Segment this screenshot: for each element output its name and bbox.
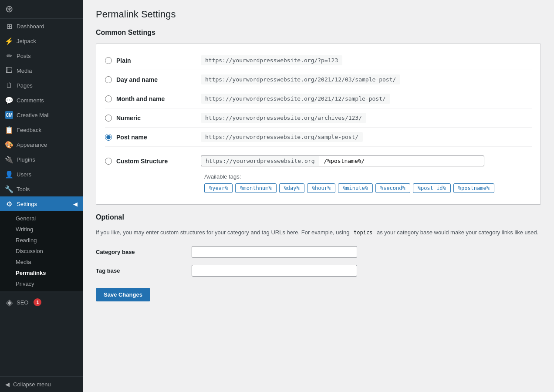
comments-icon: 💬 xyxy=(5,96,13,104)
sidebar-item-label: Tools xyxy=(17,186,30,193)
media-icon: 🎞 xyxy=(5,67,13,74)
tag-second[interactable]: %second% xyxy=(375,183,410,193)
posts-icon: ✏ xyxy=(5,52,13,60)
sidebar-item-seo[interactable]: ◈ SEO 1 xyxy=(0,295,83,310)
tag-post-id[interactable]: %post_id% xyxy=(413,183,451,193)
wp-logo: ⊛ xyxy=(0,0,83,19)
tag-base-label[interactable]: Tag base xyxy=(96,267,192,274)
permalink-row-month-and-name: Month and name https://yourwordpresswebs… xyxy=(105,89,532,108)
custom-structure-input[interactable] xyxy=(319,155,484,166)
example-plain: https://yourwordpresswebsite.org/?p=123 xyxy=(201,55,342,65)
radio-numeric[interactable] xyxy=(105,115,112,122)
sidebar-item-tools[interactable]: 🔧 Tools xyxy=(0,182,83,196)
label-post-name[interactable]: Post name xyxy=(116,134,147,141)
permalink-row-day-and-name: Day and name https://yourwordpresswebsit… xyxy=(105,70,532,89)
label-numeric[interactable]: Numeric xyxy=(116,115,141,122)
appearance-icon: 🎨 xyxy=(5,141,13,149)
settings-arrow-icon: ◀ xyxy=(73,201,78,207)
wp-icon: ⊛ xyxy=(5,3,13,15)
sidebar-item-label: Feedback xyxy=(17,127,41,133)
permalink-row-post-name: Post name https://yourwordpresswebsite.o… xyxy=(105,128,532,147)
sidebar-item-label: Users xyxy=(17,171,31,178)
sidebar-item-label: Settings xyxy=(17,201,37,207)
submenu-item-media[interactable]: Media xyxy=(0,257,83,267)
settings-icon: ⚙ xyxy=(5,200,13,208)
example-day-and-name: https://yourwordpresswebsite.org/2021/12… xyxy=(201,74,400,84)
sidebar-item-label: Comments xyxy=(17,97,44,104)
seo-icon: ◈ xyxy=(5,298,13,306)
seo-badge: 1 xyxy=(34,298,41,306)
tags-row: %year% %monthnum% %day% %hour% %minute% … xyxy=(204,183,494,193)
submenu-item-privacy[interactable]: Privacy xyxy=(0,278,83,289)
creative-mail-icon: CM xyxy=(5,111,13,119)
tag-minute[interactable]: %minute% xyxy=(338,183,373,193)
tag-base-row: Tag base xyxy=(96,265,541,277)
permalink-row-plain: Plain https://yourwordpresswebsite.org/?… xyxy=(105,51,532,70)
submenu-item-permalinks[interactable]: Permalinks xyxy=(0,267,83,278)
available-tags: Available tags: %year% %monthnum% %day% … xyxy=(105,173,494,193)
optional-desc3: used. xyxy=(525,229,539,236)
available-tags-label: Available tags: xyxy=(204,173,494,180)
dashboard-icon: ⊞ xyxy=(5,22,13,30)
sidebar-item-label: Appearance xyxy=(17,142,47,148)
category-base-label[interactable]: Category base xyxy=(96,249,192,255)
sidebar-item-settings[interactable]: ⚙ Settings ◀ xyxy=(0,196,83,211)
submenu-item-general[interactable]: General xyxy=(0,213,83,224)
sidebar-item-users[interactable]: 👤 Users xyxy=(0,167,83,182)
common-settings-section: Plain https://yourwordpresswebsite.org/?… xyxy=(96,44,541,205)
tag-day[interactable]: %day% xyxy=(279,183,304,193)
example-numeric: https://yourwordpresswebsite.org/archive… xyxy=(201,113,366,123)
label-custom[interactable]: Custom Structure xyxy=(116,158,168,165)
submenu-item-discussion[interactable]: Discussion xyxy=(0,246,83,257)
collapse-label: Collapse menu xyxy=(13,381,51,388)
sidebar-item-pages[interactable]: 🗒 Pages xyxy=(0,78,83,93)
sidebar-item-label: Posts xyxy=(17,53,31,59)
sidebar-item-comments[interactable]: 💬 Comments xyxy=(0,93,83,108)
settings-submenu: General Writing Reading Discussion Media… xyxy=(0,211,83,291)
example-month-and-name: https://yourwordpresswebsite.org/2021/12… xyxy=(201,94,390,104)
category-base-input[interactable] xyxy=(192,246,357,258)
permalink-row-numeric: Numeric https://yourwordpresswebsite.org… xyxy=(105,108,532,128)
jetpack-icon: ⚡ xyxy=(5,37,13,45)
tag-postname[interactable]: %postname% xyxy=(453,183,494,193)
page-title: Permalink Settings xyxy=(96,9,541,20)
label-month-and-name[interactable]: Month and name xyxy=(116,95,165,102)
optional-description: If you like, you may enter custom struct… xyxy=(96,228,541,237)
pages-icon: 🗒 xyxy=(5,81,13,89)
sidebar-item-label: Dashboard xyxy=(17,23,44,30)
submenu-item-reading[interactable]: Reading xyxy=(0,235,83,246)
collapse-menu-button[interactable]: ◀ Collapse menu xyxy=(0,376,83,392)
tag-hour[interactable]: %hour% xyxy=(307,183,335,193)
radio-day-and-name[interactable] xyxy=(105,76,112,83)
label-plain[interactable]: Plain xyxy=(116,57,131,64)
sidebar-item-label: Media xyxy=(17,68,32,74)
sidebar-item-label: Creative Mail xyxy=(17,112,50,118)
sidebar-item-jetpack[interactable]: ⚡ Jetpack xyxy=(0,34,83,48)
seo-label: SEO xyxy=(17,299,28,306)
plugins-icon: 🔌 xyxy=(5,155,13,163)
main-content: Permalink Settings Common Settings Plain… xyxy=(83,0,554,392)
save-changes-button[interactable]: Save Changes xyxy=(96,288,150,301)
tag-year[interactable]: %year% xyxy=(204,183,233,193)
sidebar-item-feedback[interactable]: 📋 Feedback xyxy=(0,122,83,137)
sidebar-item-creative-mail[interactable]: CM Creative Mail xyxy=(0,108,83,122)
radio-custom[interactable] xyxy=(105,158,112,165)
radio-post-name[interactable] xyxy=(105,134,112,141)
custom-structure-row: Custom Structure https://yourwordpresswe… xyxy=(105,151,484,169)
permalink-row-custom: Custom Structure https://yourwordpresswe… xyxy=(105,147,532,197)
sidebar-item-plugins[interactable]: 🔌 Plugins xyxy=(0,152,83,167)
label-day-and-name[interactable]: Day and name xyxy=(116,76,158,83)
sidebar-item-media[interactable]: 🎞 Media xyxy=(0,63,83,78)
radio-month-and-name[interactable] xyxy=(105,95,112,102)
submenu-item-writing[interactable]: Writing xyxy=(0,224,83,235)
tag-base-input[interactable] xyxy=(192,265,357,277)
sidebar-item-appearance[interactable]: 🎨 Appearance xyxy=(0,137,83,152)
example-post-name: https://yourwordpresswebsite.org/sample-… xyxy=(201,132,363,142)
sidebar-item-posts[interactable]: ✏ Posts xyxy=(0,48,83,63)
users-icon: 👤 xyxy=(5,170,13,178)
sidebar-item-dashboard[interactable]: ⊞ Dashboard xyxy=(0,19,83,34)
sidebar: ⊛ ⊞ Dashboard ⚡ Jetpack ✏ Posts 🎞 Media … xyxy=(0,0,83,392)
common-settings-heading: Common Settings xyxy=(96,29,541,37)
tag-monthnum[interactable]: %monthnum% xyxy=(235,183,276,193)
radio-plain[interactable] xyxy=(105,57,112,64)
